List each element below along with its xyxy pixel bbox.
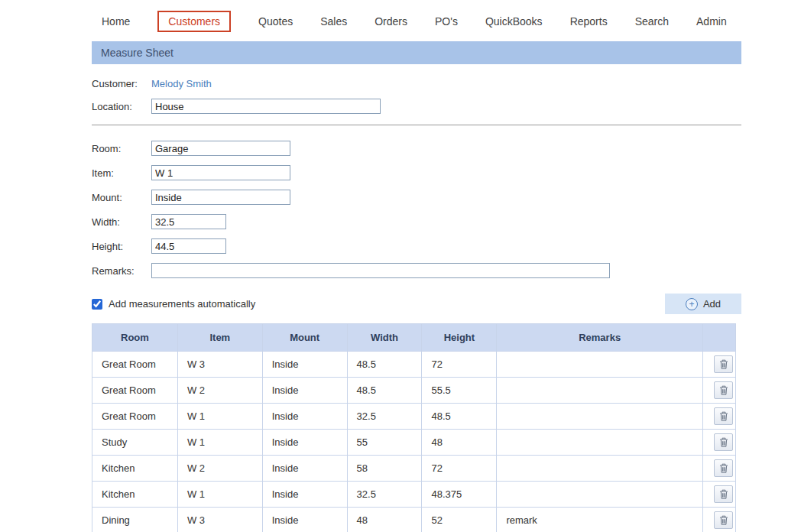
cell-mount: Inside bbox=[262, 378, 347, 404]
delete-button[interactable] bbox=[714, 511, 733, 529]
trash-icon bbox=[719, 515, 728, 525]
header-item: Item bbox=[177, 324, 262, 352]
remarks-row: Remarks: bbox=[92, 263, 741, 278]
nav-sales[interactable]: Sales bbox=[320, 15, 347, 28]
cell-width: 48 bbox=[347, 508, 422, 532]
customer-link[interactable]: Melody Smith bbox=[151, 78, 212, 89]
nav-reports[interactable]: Reports bbox=[570, 15, 608, 28]
customer-row: Customer: Melody Smith bbox=[92, 78, 741, 89]
cell-room: Great Room bbox=[92, 378, 178, 404]
cell-item: W 1 bbox=[177, 404, 262, 430]
delete-button[interactable] bbox=[714, 459, 733, 477]
trash-icon bbox=[719, 385, 728, 395]
table-row: Great Room W 1 Inside 32.5 48.5 bbox=[92, 404, 736, 430]
cell-item: W 3 bbox=[177, 352, 262, 378]
cell-width: 55 bbox=[347, 430, 422, 456]
height-row: Height: bbox=[92, 238, 741, 254]
cell-width: 32.5 bbox=[347, 404, 422, 430]
table-row: Kitchen W 2 Inside 58 72 bbox=[92, 456, 736, 482]
delete-button[interactable] bbox=[714, 407, 733, 425]
item-row: Item: bbox=[92, 165, 741, 180]
cell-room: Kitchen bbox=[92, 482, 178, 508]
mount-row: Mount: bbox=[92, 190, 741, 205]
header-room: Room bbox=[92, 324, 178, 352]
cell-remarks: remark bbox=[497, 508, 703, 532]
cell-item: W 2 bbox=[177, 378, 262, 404]
cell-room: Great Room bbox=[92, 404, 178, 430]
trash-icon bbox=[719, 463, 728, 473]
cell-delete bbox=[702, 482, 735, 508]
cell-remarks bbox=[497, 482, 703, 508]
delete-button[interactable] bbox=[714, 485, 733, 503]
top-nav: Home Customers Quotes Sales Orders PO's … bbox=[0, 0, 788, 41]
height-input[interactable] bbox=[151, 238, 226, 254]
customer-label: Customer: bbox=[92, 78, 151, 89]
measurements-table: Room Item Mount Width Height Remarks Gre… bbox=[92, 323, 736, 532]
nav-pos[interactable]: PO's bbox=[435, 15, 458, 28]
table-body: Great Room W 3 Inside 48.5 72 Great Room… bbox=[92, 352, 736, 532]
width-input[interactable] bbox=[151, 214, 226, 229]
cell-item: W 3 bbox=[177, 508, 262, 532]
header-height: Height bbox=[422, 324, 497, 352]
divider bbox=[92, 125, 741, 125]
header-width: Width bbox=[347, 324, 422, 352]
cell-mount: Inside bbox=[262, 352, 347, 378]
cell-delete bbox=[702, 378, 735, 404]
room-input[interactable] bbox=[151, 141, 290, 156]
cell-mount: Inside bbox=[262, 508, 347, 532]
cell-delete bbox=[702, 430, 735, 456]
cell-room: Dining bbox=[92, 508, 178, 532]
auto-add-row: Add measurements automatically + Add bbox=[92, 294, 741, 314]
cell-height: 48.5 bbox=[422, 404, 497, 430]
nav-admin[interactable]: Admin bbox=[696, 15, 727, 28]
nav-customers[interactable]: Customers bbox=[157, 11, 231, 32]
nav-quotes[interactable]: Quotes bbox=[258, 15, 293, 28]
add-button[interactable]: + Add bbox=[665, 294, 741, 314]
measurements-grid-wrap: Room Item Mount Width Height Remarks Gre… bbox=[92, 323, 736, 532]
cell-remarks bbox=[497, 456, 703, 482]
item-label: Item: bbox=[92, 167, 151, 179]
nav-orders[interactable]: Orders bbox=[375, 15, 407, 28]
cell-room: Kitchen bbox=[92, 456, 178, 482]
location-input[interactable] bbox=[151, 99, 381, 114]
plus-circle-icon: + bbox=[686, 298, 698, 310]
cell-item: W 2 bbox=[177, 456, 262, 482]
cell-height: 55.5 bbox=[422, 378, 497, 404]
add-button-label: Add bbox=[703, 298, 721, 310]
cell-delete bbox=[702, 508, 735, 532]
cell-height: 52 bbox=[422, 508, 497, 532]
cell-height: 48 bbox=[422, 430, 497, 456]
nav-quickbooks[interactable]: QuickBooks bbox=[485, 15, 543, 28]
trash-icon bbox=[719, 411, 728, 421]
mount-input[interactable] bbox=[151, 190, 290, 205]
width-label: Width: bbox=[92, 216, 151, 228]
cell-room: Study bbox=[92, 430, 178, 456]
cell-height: 72 bbox=[422, 352, 497, 378]
nav-home[interactable]: Home bbox=[102, 15, 130, 28]
delete-button[interactable] bbox=[714, 355, 733, 373]
table-row: Great Room W 3 Inside 48.5 72 bbox=[92, 352, 736, 378]
measure-form: Customer: Melody Smith Location: Room: I… bbox=[92, 64, 741, 314]
cell-remarks bbox=[497, 378, 703, 404]
remarks-input[interactable] bbox=[151, 263, 610, 278]
item-input[interactable] bbox=[151, 165, 290, 180]
cell-width: 48.5 bbox=[347, 378, 422, 404]
page-title: Measure Sheet bbox=[101, 47, 173, 59]
cell-remarks bbox=[497, 404, 703, 430]
cell-mount: Inside bbox=[262, 456, 347, 482]
location-row: Location: bbox=[92, 99, 741, 114]
room-label: Room: bbox=[92, 143, 151, 154]
table-row: Study W 1 Inside 55 48 bbox=[92, 430, 736, 456]
auto-add-checkbox[interactable] bbox=[92, 299, 102, 310]
cell-mount: Inside bbox=[262, 482, 347, 508]
cell-height: 72 bbox=[422, 456, 497, 482]
trash-icon bbox=[719, 437, 728, 447]
nav-search[interactable]: Search bbox=[635, 15, 669, 28]
delete-button[interactable] bbox=[714, 433, 733, 451]
location-label: Location: bbox=[92, 101, 151, 112]
cell-item: W 1 bbox=[177, 482, 262, 508]
header-mount: Mount bbox=[262, 324, 347, 352]
delete-button[interactable] bbox=[714, 381, 733, 399]
table-header-row: Room Item Mount Width Height Remarks bbox=[92, 324, 736, 352]
cell-remarks bbox=[497, 430, 703, 456]
